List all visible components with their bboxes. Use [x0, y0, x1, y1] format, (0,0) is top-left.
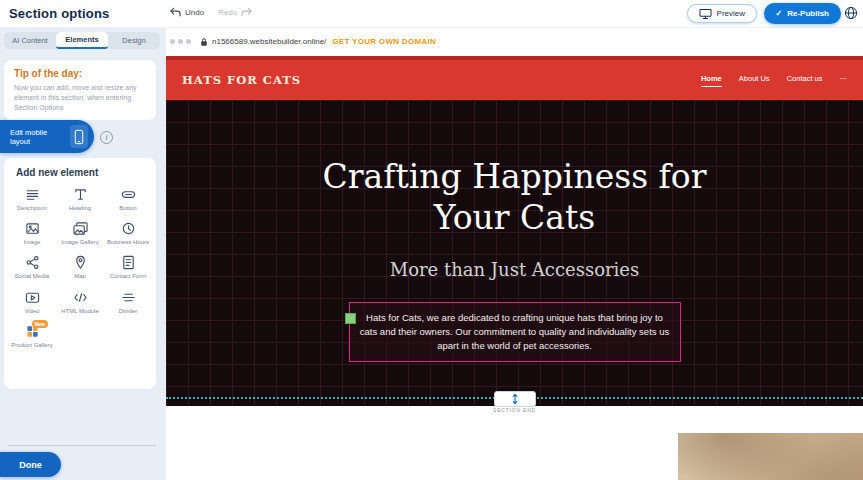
- browser-bar: n1566589.websitebuilder.online/ GET YOUR…: [166, 27, 863, 56]
- business-hours-icon: [121, 221, 136, 236]
- tab-ai-content[interactable]: AI Content: [4, 32, 56, 49]
- app-header: Section options Undo Redo Preview ✓ Re-P…: [0, 0, 863, 28]
- element-product-gallery[interactable]: New Product Gallery: [8, 322, 56, 351]
- resize-updown-icon: [509, 393, 521, 405]
- website-page: HATS FOR CATS Home About Us Contact us ⋯…: [166, 56, 863, 480]
- nav-item-home[interactable]: Home: [701, 74, 722, 87]
- add-panel-title: Add new element: [16, 167, 152, 178]
- undo-icon: [170, 7, 181, 17]
- check-icon: ✓: [776, 9, 783, 18]
- element-business-hours[interactable]: Business Hours: [104, 219, 152, 248]
- element-divider[interactable]: Divider: [104, 288, 152, 317]
- section-resize-handle[interactable]: [494, 391, 536, 407]
- heading-icon: [73, 187, 88, 202]
- tip-title: Tip of the day:: [14, 68, 146, 79]
- social-media-icon: [25, 255, 40, 270]
- sand-photo: [678, 433, 863, 480]
- selection-handle[interactable]: [345, 313, 356, 324]
- site-logo[interactable]: HATS FOR CATS: [182, 73, 301, 87]
- hero-section: Crafting Happiness for Your Cats More th…: [166, 100, 863, 406]
- info-icon[interactable]: i: [100, 131, 113, 144]
- button-icon: [121, 187, 136, 202]
- edit-mobile-layout-button[interactable]: Edit mobile layout: [0, 120, 94, 153]
- element-social-media[interactable]: Social Media: [8, 253, 56, 282]
- done-button[interactable]: Done: [0, 452, 61, 477]
- hero-text-box[interactable]: Hats for Cats, we are dedicated to craft…: [349, 302, 681, 363]
- history-controls: Undo Redo: [170, 7, 252, 17]
- element-image-gallery[interactable]: Image Gallery: [56, 219, 104, 248]
- redo-icon: [241, 7, 252, 17]
- get-domain-link[interactable]: GET YOUR OWN DOMAIN: [332, 37, 436, 46]
- monitor-icon: [699, 8, 712, 20]
- element-heading[interactable]: Heading: [56, 185, 104, 214]
- page-title: Section options: [9, 6, 110, 21]
- redo-button[interactable]: Redo: [218, 7, 252, 17]
- republish-button[interactable]: ✓ Re-Publish: [764, 3, 841, 24]
- image-gallery-icon: [73, 221, 88, 236]
- element-image[interactable]: Image: [8, 219, 56, 248]
- browser-dot-icon: [186, 39, 191, 44]
- redo-label: Redo: [218, 8, 237, 17]
- tab-elements[interactable]: Elements: [56, 32, 108, 49]
- section-end-label: SECTION END: [490, 407, 539, 413]
- contact-form-icon: [121, 255, 136, 270]
- tab-design[interactable]: Design: [108, 32, 160, 49]
- element-html-module[interactable]: HTML Module: [56, 288, 104, 317]
- tip-body: Now you can add, move and resize any ele…: [14, 83, 146, 112]
- undo-label: Undo: [185, 8, 204, 17]
- sidebar: AI Content Elements Design Tip of the da…: [0, 27, 166, 480]
- html-module-icon: [73, 290, 88, 305]
- site-nav: Home About Us Contact us ⋯: [701, 74, 847, 87]
- element-description[interactable]: Description: [8, 185, 56, 214]
- app-window: Section options Undo Redo Preview ✓ Re-P…: [0, 0, 863, 480]
- preview-button[interactable]: Preview: [687, 4, 757, 23]
- undo-button[interactable]: Undo: [170, 7, 204, 17]
- hero-subheading[interactable]: More than Just Accessories: [390, 259, 640, 280]
- lock-icon: [200, 37, 208, 47]
- tip-of-the-day-card: Tip of the day: Now you can add, move an…: [4, 60, 156, 120]
- preview-label: Preview: [717, 9, 745, 18]
- video-icon: [25, 290, 40, 305]
- language-globe-button[interactable]: [844, 6, 858, 24]
- section-end-line: SECTION END: [166, 397, 863, 399]
- hero-body-text: Hats for Cats, we are dedicated to craft…: [360, 312, 669, 352]
- nav-more-menu[interactable]: ⋯: [840, 74, 848, 86]
- nav-item-about[interactable]: About Us: [739, 74, 770, 86]
- nav-item-contact[interactable]: Contact us: [787, 74, 823, 86]
- image-icon: [25, 221, 40, 236]
- map-pin-icon: [73, 255, 88, 270]
- site-url[interactable]: n1566589.websitebuilder.online/: [212, 37, 326, 46]
- new-badge: New: [32, 320, 48, 328]
- hero-heading[interactable]: Crafting Happiness for Your Cats: [295, 156, 735, 239]
- browser-dot-icon: [178, 39, 183, 44]
- sidebar-tabs: AI Content Elements Design: [4, 32, 160, 49]
- element-contact-form[interactable]: Contact Form: [104, 253, 152, 282]
- globe-icon: [844, 6, 858, 20]
- element-grid: Description Heading Button Image Image G…: [8, 185, 152, 351]
- element-video[interactable]: Video: [8, 288, 56, 317]
- edit-mobile-label: Edit mobile layout: [10, 128, 64, 146]
- republish-label: Re-Publish: [787, 9, 829, 18]
- element-map[interactable]: Map: [56, 253, 104, 282]
- element-button[interactable]: Button: [104, 185, 152, 214]
- phone-icon: [70, 125, 88, 148]
- sidebar-divider: [8, 445, 156, 446]
- divider-icon: [121, 290, 136, 305]
- next-section: [332, 433, 863, 480]
- site-header: HATS FOR CATS Home About Us Contact us ⋯: [166, 60, 863, 100]
- browser-dot-icon: [170, 39, 175, 44]
- add-new-element-panel: Add new element Description Heading Butt…: [4, 158, 156, 389]
- description-icon: [25, 187, 40, 202]
